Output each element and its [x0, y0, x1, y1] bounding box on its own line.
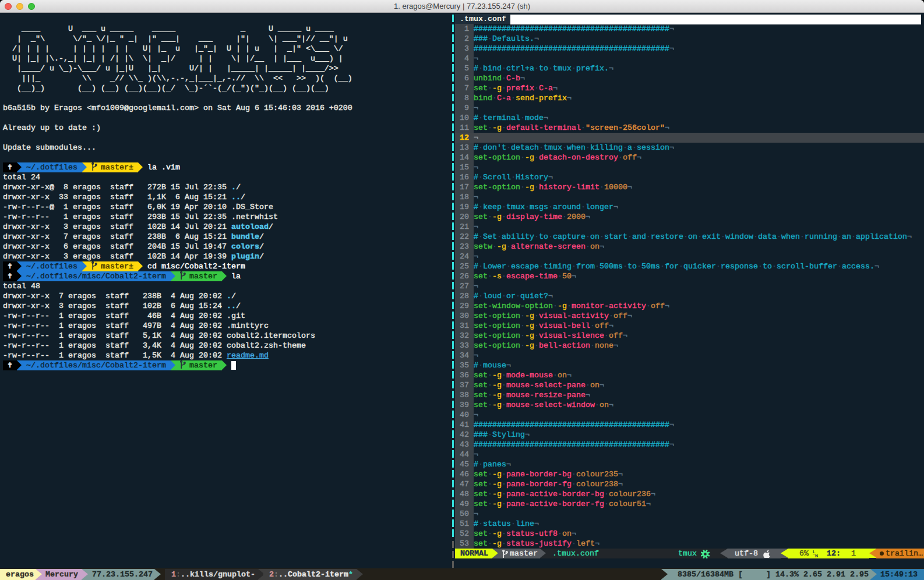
- svg-text:N: N: [815, 554, 818, 558]
